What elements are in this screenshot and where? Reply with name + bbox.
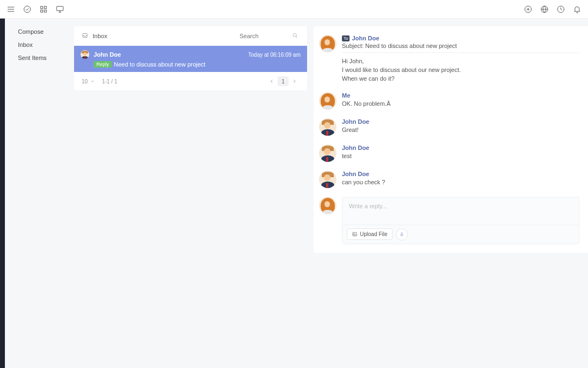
message-from: John Doe <box>342 144 579 151</box>
avatar <box>319 92 336 110</box>
apps-grid-icon[interactable] <box>39 5 48 14</box>
svg-point-0 <box>24 6 30 13</box>
check-circle-icon[interactable] <box>23 5 32 14</box>
reply-box: Upload File <box>342 197 579 244</box>
globe-icon[interactable] <box>540 5 549 14</box>
list-header: Inbox <box>74 26 307 46</box>
avatar <box>319 197 336 214</box>
svg-rect-5 <box>57 6 63 10</box>
upload-file-button[interactable]: Upload File <box>347 228 393 240</box>
page-size-value: 10 <box>82 79 88 85</box>
page-next-button[interactable] <box>290 76 299 86</box>
avatar <box>319 118 336 136</box>
svg-rect-2 <box>44 6 46 8</box>
menu-icon[interactable] <box>7 5 15 14</box>
svg-rect-1 <box>41 6 43 8</box>
reply-row: Upload File <box>319 194 579 253</box>
sidebar-item-sent[interactable]: Sent Items <box>5 51 74 64</box>
conversation-panel: To John Doe Subject: Need to discuss abo… <box>314 26 588 253</box>
inbox-icon <box>82 32 89 40</box>
bell-icon[interactable] <box>573 5 581 14</box>
to-badge: To <box>342 35 350 41</box>
page-range: 1-1 / 1 <box>102 79 117 85</box>
avatar <box>81 50 89 59</box>
list-title: Inbox <box>93 33 107 39</box>
message-text: test <box>342 152 579 161</box>
message-from: Me <box>342 92 579 99</box>
add-circle-icon[interactable] <box>524 5 532 14</box>
message-from: To John Doe <box>342 35 579 41</box>
email-subject: Need to discuss about new project <box>114 61 205 68</box>
svg-rect-4 <box>44 10 46 12</box>
message-from: John Doe <box>342 118 579 125</box>
svg-point-9 <box>293 34 297 37</box>
pager: 10 1-1 / 1 1 <box>74 72 307 91</box>
message: John Doe can you check ? <box>319 167 579 194</box>
svg-rect-12 <box>401 232 402 235</box>
email-row[interactable]: John Doe Today at 06:16:09 am Reply Need… <box>74 46 307 72</box>
sidebar-item-compose[interactable]: Compose <box>5 25 74 38</box>
page-number[interactable]: 1 <box>278 76 289 86</box>
main: Compose Inbox Sent Items Inbox John Doe … <box>0 19 588 368</box>
reply-input[interactable] <box>342 197 579 225</box>
message-text: OK. No problem.Â <box>342 100 579 108</box>
message-text: can you check ? <box>342 178 579 187</box>
left-rail <box>0 19 5 368</box>
page-size[interactable]: 10 <box>82 79 95 85</box>
message: Me OK. No problem.Â <box>319 89 579 115</box>
page-prev-button[interactable] <box>267 76 277 86</box>
sidebar: Compose Inbox Sent Items <box>5 19 74 368</box>
message-text: Hi John, I would like to discuss about o… <box>342 57 579 83</box>
monitor-icon[interactable] <box>56 5 64 14</box>
message: John Doe Great! <box>319 115 579 141</box>
avatar <box>319 171 336 188</box>
message-from: John Doe <box>342 171 579 177</box>
message: John Doe test <box>319 141 579 167</box>
avatar <box>319 35 336 52</box>
email-list-panel: Inbox John Doe Today at 06:16:09 am Repl… <box>74 26 307 91</box>
svg-rect-3 <box>41 10 43 12</box>
svg-point-11 <box>353 233 354 234</box>
email-time: Today at 06:16:09 am <box>248 52 301 58</box>
search-input[interactable] <box>240 33 289 39</box>
chevron-down-icon <box>90 79 95 84</box>
search-icon[interactable] <box>292 32 299 40</box>
upload-file-label: Upload File <box>360 231 388 237</box>
message-subject: Subject: Need to discuss about new proje… <box>342 43 579 49</box>
mic-button[interactable] <box>396 228 408 240</box>
email-sender: John Doe <box>94 51 121 58</box>
message-text: Great! <box>342 126 579 135</box>
avatar <box>319 144 336 162</box>
clock-icon[interactable] <box>556 5 565 14</box>
message: To John Doe Subject: Need to discuss abo… <box>319 32 579 89</box>
sidebar-item-inbox[interactable]: Inbox <box>5 38 74 51</box>
reply-badge: Reply <box>94 61 112 68</box>
topbar <box>0 0 588 19</box>
